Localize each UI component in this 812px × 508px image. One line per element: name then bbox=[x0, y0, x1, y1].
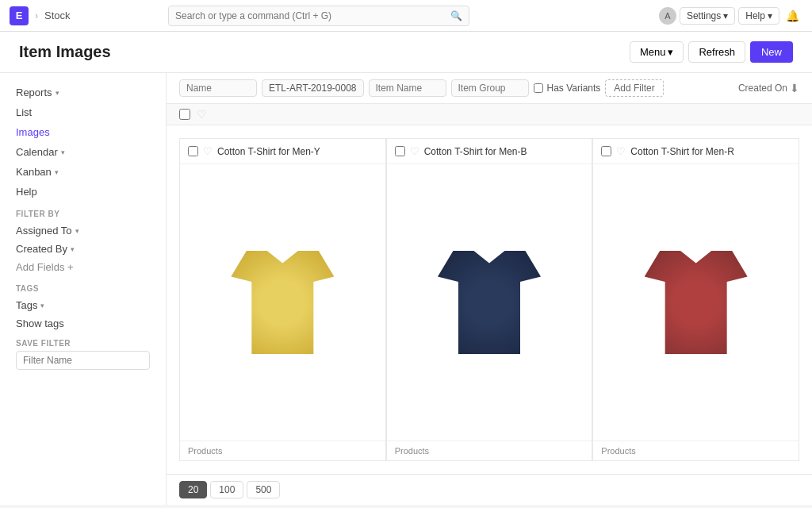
item-card-image-1 bbox=[387, 164, 592, 441]
item-card-checkbox-0[interactable] bbox=[188, 146, 198, 156]
search-bar[interactable]: 🔍 bbox=[168, 6, 469, 26]
item-card-checkbox-2[interactable] bbox=[601, 146, 611, 156]
filter-bar: ETL-ART-2019-0008 Has Variants Add Filte… bbox=[167, 73, 812, 104]
tshirt-yellow-image bbox=[231, 251, 334, 354]
toolbar-row: ♡ bbox=[167, 104, 812, 125]
top-navigation: E › Stock 🔍 A Settings ▾ Help ▾ 🔔 bbox=[0, 0, 812, 32]
select-all-checkbox[interactable] bbox=[179, 109, 190, 120]
tshirt-navy-image bbox=[438, 251, 541, 354]
add-fields-button[interactable]: Add Fields + bbox=[0, 258, 166, 276]
item-group-filter-input[interactable] bbox=[458, 83, 522, 94]
sidebar: Reports ▾ List Images Calendar ▾ Kanban … bbox=[0, 73, 167, 505]
filter-name-input[interactable] bbox=[16, 351, 150, 370]
item-card-title-2: Cotton T-Shirt for Men-R bbox=[630, 146, 734, 157]
tags-section-label: TAGS bbox=[0, 276, 166, 296]
page-header: Item Images Menu ▾ Refresh New bbox=[0, 32, 812, 73]
item-card-header-1: ♡ Cotton T-Shirt for Men-B bbox=[387, 139, 592, 164]
page-size-100-button[interactable]: 100 bbox=[210, 481, 243, 498]
name-filter-input[interactable] bbox=[186, 83, 250, 94]
item-group-filter[interactable] bbox=[451, 79, 529, 97]
menu-arrow-icon: ▾ bbox=[668, 46, 673, 58]
name-filter[interactable] bbox=[179, 79, 257, 97]
code-filter-value: ETL-ART-2019-0008 bbox=[269, 83, 357, 94]
save-filter-label: SAVE FILTER bbox=[16, 339, 150, 348]
item-card-checkbox-1[interactable] bbox=[395, 146, 405, 156]
settings-arrow-icon: ▾ bbox=[723, 10, 728, 21]
add-filter-button[interactable]: Add Filter bbox=[605, 79, 663, 97]
item-card-heart-1[interactable]: ♡ bbox=[410, 145, 419, 157]
sort-arrow-icon[interactable]: ⬇ bbox=[790, 82, 799, 94]
tags-filter[interactable]: Tags ▾ bbox=[0, 296, 166, 314]
search-icon: 🔍 bbox=[450, 10, 462, 21]
page-size-20-button[interactable]: 20 bbox=[179, 481, 207, 498]
assigned-arrow-icon: ▾ bbox=[75, 227, 79, 235]
item-card-footer-1: Products bbox=[387, 441, 592, 460]
item-card-1[interactable]: ♡ Cotton T-Shirt for Men-B Products bbox=[386, 138, 593, 461]
sidebar-item-kanban[interactable]: Kanban ▾ bbox=[0, 162, 166, 182]
avatar: A bbox=[659, 7, 676, 25]
tshirt-red-image bbox=[645, 251, 748, 354]
sidebar-item-help[interactable]: Help bbox=[0, 182, 166, 202]
sort-label: Created On ⬇ bbox=[738, 82, 799, 94]
search-input[interactable] bbox=[175, 10, 447, 21]
has-variants-filter[interactable]: Has Variants bbox=[534, 83, 601, 94]
assigned-to-filter[interactable]: Assigned To ▾ bbox=[0, 221, 166, 240]
item-card-header-0: ♡ Cotton T-Shirt for Men-Y bbox=[180, 139, 385, 164]
item-card-title-0: Cotton T-Shirt for Men-Y bbox=[217, 146, 320, 157]
menu-button[interactable]: Menu ▾ bbox=[630, 41, 684, 63]
help-button[interactable]: Help ▾ bbox=[738, 7, 779, 25]
new-button[interactable]: New bbox=[750, 41, 793, 63]
breadcrumb-stock[interactable]: Stock bbox=[44, 10, 71, 21]
calendar-arrow-icon: ▾ bbox=[61, 148, 65, 156]
item-card-header-2: ♡ Cotton T-Shirt for Men-R bbox=[593, 139, 799, 164]
sidebar-item-reports[interactable]: Reports ▾ bbox=[0, 83, 166, 102]
item-card-footer-0: Products bbox=[180, 441, 385, 460]
item-card-footer-2: Products bbox=[593, 441, 799, 460]
image-grid: ♡ Cotton T-Shirt for Men-Y Products ♡ Co… bbox=[167, 125, 812, 474]
has-variants-checkbox[interactable] bbox=[534, 83, 543, 93]
favorites-heart-icon[interactable]: ♡ bbox=[197, 108, 207, 121]
filter-by-label: FILTER BY bbox=[0, 202, 166, 221]
item-name-filter-input[interactable] bbox=[376, 83, 439, 94]
createdby-arrow-icon: ▾ bbox=[71, 245, 75, 253]
item-card-image-0 bbox=[180, 164, 385, 441]
code-filter[interactable]: ETL-ART-2019-0008 bbox=[262, 79, 364, 97]
item-card-heart-0[interactable]: ♡ bbox=[203, 145, 213, 157]
refresh-button[interactable]: Refresh bbox=[688, 41, 745, 63]
tags-arrow-icon: ▾ bbox=[40, 302, 44, 310]
page-title: Item Images bbox=[19, 43, 111, 61]
help-arrow-icon: ▾ bbox=[768, 10, 772, 21]
sidebar-item-calendar[interactable]: Calendar ▾ bbox=[0, 142, 166, 162]
item-card-image-2 bbox=[593, 164, 799, 441]
main-layout: Reports ▾ List Images Calendar ▾ Kanban … bbox=[0, 73, 812, 505]
item-card-title-1: Cotton T-Shirt for Men-B bbox=[424, 146, 527, 157]
save-filter-section: SAVE FILTER bbox=[0, 333, 166, 376]
kanban-arrow-icon: ▾ bbox=[55, 168, 59, 176]
app-icon[interactable]: E bbox=[10, 6, 29, 25]
item-name-filter[interactable] bbox=[369, 79, 446, 97]
page-size-500-button[interactable]: 500 bbox=[247, 481, 280, 498]
show-tags-button[interactable]: Show tags bbox=[0, 314, 166, 333]
item-card-2[interactable]: ♡ Cotton T-Shirt for Men-R Products bbox=[592, 138, 799, 461]
settings-button[interactable]: Settings ▾ bbox=[680, 7, 735, 25]
created-by-filter[interactable]: Created By ▾ bbox=[0, 240, 166, 258]
item-card-heart-2[interactable]: ♡ bbox=[616, 145, 626, 157]
notification-bell-icon[interactable]: 🔔 bbox=[783, 6, 802, 25]
sidebar-item-list[interactable]: List bbox=[0, 102, 166, 122]
reports-arrow-icon: ▾ bbox=[56, 89, 59, 97]
nav-right: A Settings ▾ Help ▾ 🔔 bbox=[659, 6, 802, 25]
header-actions: Menu ▾ Refresh New bbox=[630, 41, 793, 63]
sidebar-item-images[interactable]: Images bbox=[0, 122, 166, 142]
item-card-0[interactable]: ♡ Cotton T-Shirt for Men-Y Products bbox=[179, 138, 386, 461]
has-variants-label: Has Variants bbox=[547, 83, 601, 94]
content-area: ETL-ART-2019-0008 Has Variants Add Filte… bbox=[167, 73, 812, 505]
pagination-bar: 20 100 500 bbox=[167, 474, 812, 505]
breadcrumb-arrow: › bbox=[35, 10, 38, 21]
